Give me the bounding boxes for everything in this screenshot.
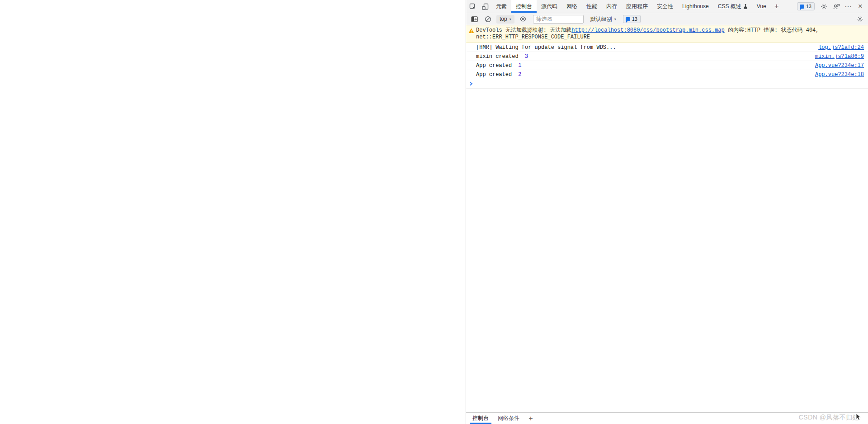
close-devtools-icon[interactable]: × — [854, 2, 866, 11]
warning-error-code: net::ERR_HTTP_RESPONSE_CODE_FAILURE — [476, 34, 590, 40]
chevron-down-icon: ▾ — [614, 17, 616, 21]
tab-label: 性能 — [586, 3, 597, 10]
drawer-tabbar: 控制台 网络条件 + — [466, 412, 868, 424]
tab-label: 源代码 — [541, 3, 557, 10]
console-log-row: [HMR] Waiting for update signal from WDS… — [466, 43, 868, 52]
inspect-element-icon[interactable] — [466, 0, 479, 13]
tab-label: 安全性 — [657, 3, 673, 10]
add-tab-button[interactable]: + — [771, 0, 783, 13]
console-messages-area: DevTools 无法加载源映射: 无法加载http://localhost:8… — [466, 25, 868, 412]
warning-text: 的内容:HTTP 错误: 状态代码 404, — [725, 27, 819, 33]
sourcemap-url-link[interactable]: http://localhost:8080/css/bootstrap.min.… — [571, 27, 724, 33]
log-message: App created — [476, 71, 512, 78]
drawer-tab-label: 网络条件 — [498, 414, 519, 422]
console-log-row: App created2 App.vue?234e:18 — [466, 70, 868, 79]
tab-memory[interactable]: 内存 — [602, 0, 622, 13]
prompt-chevron-icon — [469, 81, 473, 86]
warning-triangle-icon — [468, 28, 474, 33]
log-number-arg: 1 — [518, 62, 521, 69]
inspected-page-blank — [0, 0, 466, 424]
drawer-tab-network-conditions[interactable]: 网络条件 — [493, 413, 524, 424]
source-location-link[interactable]: log.js?1afd:24 — [818, 44, 864, 51]
source-location-link[interactable]: mixin.js?1a86:9 — [815, 53, 864, 60]
tab-label: 控制台 — [516, 3, 532, 10]
log-number-arg: 2 — [518, 71, 521, 78]
console-log-row: mixin created3 mixin.js?1a86:9 — [466, 52, 868, 61]
tab-security[interactable]: 安全性 — [652, 0, 678, 13]
settings-gear-icon[interactable] — [817, 3, 830, 10]
device-toolbar-icon[interactable] — [479, 0, 491, 13]
more-options-icon[interactable]: ··· — [843, 3, 854, 10]
tab-label: 应用程序 — [626, 3, 648, 10]
source-location-link[interactable]: App.vue?234e:18 — [815, 71, 864, 78]
log-message: App created — [476, 62, 512, 69]
toolbar-issues-counter-button[interactable]: 13 — [623, 15, 641, 23]
tab-console[interactable]: 控制台 — [511, 0, 537, 13]
console-toolbar: top ▾ 默认级别 ▾ 13 — [466, 13, 868, 25]
issues-counter-button[interactable]: 13 — [797, 2, 815, 10]
tab-label: 网络 — [566, 3, 577, 10]
console-prompt[interactable] — [466, 79, 868, 89]
console-filter-input[interactable] — [533, 15, 584, 24]
live-expression-eye-icon[interactable] — [517, 16, 529, 22]
console-warning-message: DevTools 无法加载源映射: 无法加载http://localhost:8… — [466, 25, 868, 43]
devtools-panel: 元素 控制台 源代码 网络 性能 内存 应用程序 安全性 Lighthouse … — [466, 0, 868, 424]
tab-label: CSS 概述 — [718, 3, 741, 10]
log-message: [HMR] Waiting for update signal from WDS… — [476, 44, 616, 51]
tab-lighthouse[interactable]: Lighthouse — [678, 0, 713, 13]
tab-elements[interactable]: 元素 — [491, 0, 511, 13]
log-number-arg: 3 — [525, 53, 528, 60]
console-log-row: App created1 App.vue?234e:17 — [466, 61, 868, 70]
console-settings-gear-icon[interactable] — [854, 16, 866, 23]
tab-sources[interactable]: 源代码 — [537, 0, 562, 13]
warning-text: DevTools 无法加载源映射: 无法加载 — [476, 27, 571, 33]
log-level-value: 默认级别 — [590, 15, 612, 23]
console-sidebar-icon[interactable] — [468, 16, 481, 22]
experiment-flask-icon — [743, 4, 748, 9]
tab-network[interactable]: 网络 — [562, 0, 582, 13]
drawer-add-tab-button[interactable]: + — [524, 413, 538, 424]
feedback-person-icon[interactable] — [830, 3, 843, 10]
console-empty-space[interactable] — [466, 89, 868, 412]
drawer-tab-console[interactable]: 控制台 — [468, 413, 493, 424]
context-selector-dropdown[interactable]: top ▾ — [496, 15, 514, 24]
devtools-tabbar: 元素 控制台 源代码 网络 性能 内存 应用程序 安全性 Lighthouse … — [466, 0, 868, 13]
source-location-link[interactable]: App.vue?234e:17 — [815, 62, 864, 69]
log-level-dropdown[interactable]: 默认级别 ▾ — [587, 15, 619, 24]
tab-vue[interactable]: Vue — [752, 0, 771, 13]
tab-performance[interactable]: 性能 — [582, 0, 602, 13]
issues-bubble-icon — [626, 17, 630, 21]
issues-count: 13 — [632, 16, 637, 22]
chevron-down-icon: ▾ — [509, 17, 511, 21]
clear-console-icon[interactable] — [481, 16, 494, 23]
log-message: mixin created — [476, 53, 519, 60]
tab-label: Lighthouse — [682, 3, 709, 10]
tabbar-right-cluster: 13 ··· × — [794, 0, 868, 13]
issues-count: 13 — [806, 4, 811, 9]
tab-css-overview[interactable]: CSS 概述 — [713, 0, 752, 13]
context-selector-value: top — [500, 16, 507, 22]
tab-label: 内存 — [606, 3, 617, 10]
tab-label: Vue — [757, 3, 766, 10]
drawer-tab-label: 控制台 — [472, 414, 489, 422]
tab-label: 元素 — [496, 3, 507, 10]
issues-bubble-icon — [800, 5, 804, 9]
tab-application[interactable]: 应用程序 — [622, 0, 652, 13]
